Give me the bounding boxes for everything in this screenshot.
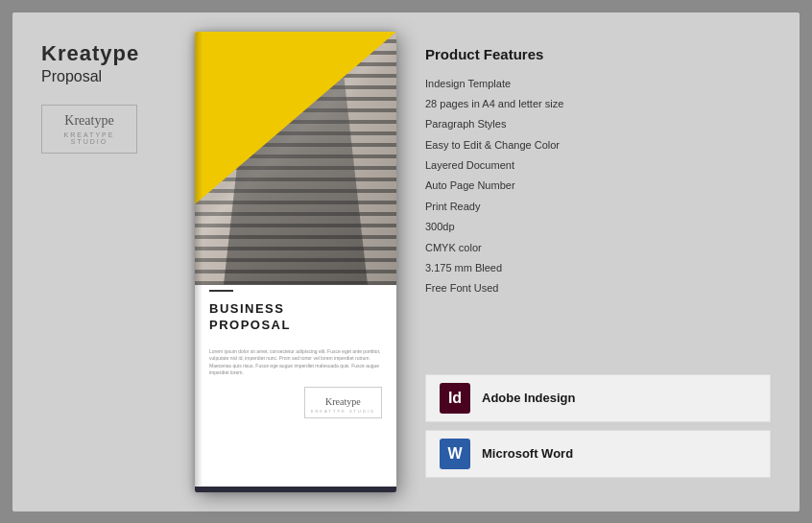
- feature-item: 28 pages in A4 and letter size: [425, 94, 771, 114]
- feature-item: Auto Page Number: [425, 176, 771, 196]
- word-label: Microsoft Word: [482, 446, 573, 461]
- book-spine: [195, 32, 203, 492]
- studio-signature: Kreatype: [52, 113, 127, 129]
- app-buttons: Id Adobe Indesign W Microsoft Word: [425, 374, 771, 478]
- studio-label: KREATYPE STUDIO: [52, 131, 127, 145]
- book-signature: Kreatype: [325, 396, 361, 407]
- book-body-text: Lorem ipsum dolor sit amet, consectetur …: [209, 348, 382, 377]
- book-signature-area: Kreatype KREATYPE STUDIO: [209, 387, 382, 418]
- indesign-label: Adobe Indesign: [482, 391, 576, 405]
- indesign-button[interactable]: Id Adobe Indesign: [425, 374, 771, 422]
- word-icon: W: [440, 439, 470, 469]
- features-list: Indesign Template28 pages in A4 and lett…: [425, 74, 771, 299]
- book-divider: [209, 290, 233, 292]
- indesign-icon: Id: [440, 383, 470, 414]
- book-signature-box: Kreatype KREATYPE STUDIO: [304, 387, 382, 418]
- left-section: Kreatype Proposal Kreatype KREATYPE STUD…: [41, 32, 166, 492]
- features-section: Product Features Indesign Template28 pag…: [425, 46, 771, 355]
- book-cover: BUSINESS PROPOSAL Lorem ipsum dolor sit …: [195, 32, 396, 492]
- book-title: BUSINESS PROPOSAL: [209, 301, 382, 334]
- feature-item: 300dp: [425, 217, 771, 237]
- book-binding: [195, 487, 396, 492]
- studio-badge: Kreatype KREATYPE STUDIO: [41, 105, 137, 154]
- yellow-triangle: [195, 32, 396, 204]
- feature-item: 3.175 mm Bleed: [425, 258, 771, 278]
- book-signature-label: KREATYPE STUDIO: [311, 409, 375, 414]
- feature-item: Free Font Used: [425, 278, 771, 298]
- brand-name: Kreatype: [41, 41, 166, 66]
- word-button[interactable]: W Microsoft Word: [425, 430, 771, 478]
- book-content: BUSINESS PROPOSAL Lorem ipsum dolor sit …: [195, 271, 396, 491]
- right-section: Product Features Indesign Template28 pag…: [425, 32, 771, 492]
- features-title: Product Features: [425, 46, 771, 62]
- feature-item: Indesign Template: [425, 74, 771, 94]
- brand-subtitle: Proposal: [41, 68, 166, 85]
- feature-item: Easy to Edit & Change Color: [425, 135, 771, 155]
- brand-title: Kreatype Proposal: [41, 41, 166, 85]
- main-container: Kreatype Proposal Kreatype KREATYPE STUD…: [12, 12, 800, 511]
- feature-item: Layered Document: [425, 155, 771, 176]
- feature-item: CMYK color: [425, 238, 771, 258]
- feature-item: Print Ready: [425, 197, 771, 217]
- feature-item: Paragraph Styles: [425, 114, 771, 134]
